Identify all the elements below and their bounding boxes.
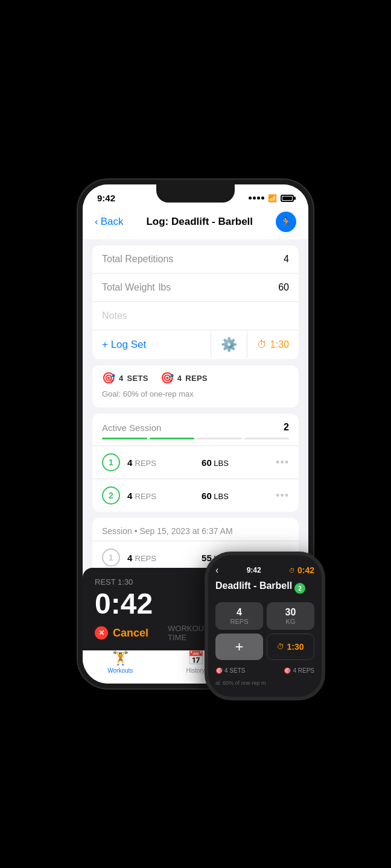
ellipsis-button-2[interactable]: ••• — [276, 489, 289, 502]
watch-reps-value: 4 — [220, 607, 258, 618]
nav-bar: ‹ Back Log: Deadlift - Barbell 🏃 — [83, 207, 308, 239]
watch-timer: ⏱ 0:42 — [289, 565, 314, 575]
page-title: Log: Deadlift - Barbell — [146, 216, 253, 228]
watch-timer-cell[interactable]: ⏱ 1:30 — [267, 634, 314, 660]
sets-target-icon: 🎯 — [102, 371, 115, 385]
activity-icon-button[interactable]: 🏃 — [276, 212, 296, 232]
goals-row: 🎯 4 SETS 🎯 4 REPS — [102, 371, 289, 385]
watch-set-badge: 2 — [294, 583, 305, 594]
watch-goals: 🎯 4 SETS 🎯 4 REPS — [215, 664, 314, 674]
chevron-left-icon: ‹ — [95, 216, 98, 228]
progress-bar — [92, 438, 299, 445]
reps-target-icon: 🎯 — [161, 371, 174, 385]
tab-workouts-label: Workouts — [107, 667, 133, 674]
status-time: 9:42 — [97, 193, 115, 203]
set-number-2: 2 — [102, 486, 120, 505]
watch-goal-subtext-row: al: 60% of one-rep m — [215, 674, 314, 687]
ellipsis-button-1[interactable]: ••• — [276, 456, 289, 469]
sets-label: SETS — [127, 374, 148, 383]
rest-time-display: 0:42 — [95, 588, 211, 620]
watch-back-button[interactable]: ‹ — [215, 565, 218, 576]
notes-row[interactable]: Notes — [92, 302, 299, 330]
total-weight-label-group: Total Weight lbs — [102, 282, 171, 293]
watch-sets-goal-label: 4 SETS — [224, 667, 245, 674]
total-reps-value: 4 — [284, 254, 289, 265]
total-weight-unit: lbs — [159, 282, 171, 293]
set-number-1: 1 — [102, 453, 120, 471]
log-set-row: + Log Set ⚙️ ⏱ 1:30 — [92, 330, 299, 359]
total-reps-row: Total Repetitions 4 — [92, 245, 299, 274]
back-button[interactable]: ‹ Back — [95, 216, 123, 228]
timer-display[interactable]: ⏱ 1:30 — [247, 333, 299, 356]
watch-timer-icon: ⏱ — [289, 567, 295, 574]
watch-goal-subtext: al: 60% of one-rep m — [215, 680, 266, 686]
timer-icon: ⏱ — [257, 339, 267, 350]
history-icon: 📅 — [188, 650, 204, 666]
progress-seg-3 — [197, 438, 242, 439]
reps-goal: 🎯 4 REPS — [161, 371, 208, 385]
set-reps-past-1: 4 REPS — [127, 553, 202, 563]
watch-exercise-title: Deadlift - Barbell — [215, 580, 292, 591]
cancel-label: Cancel — [113, 627, 148, 640]
watch-frame: ‹ 9:42 ⏱ 0:42 Deadlift - Barbell 2 4 REP… — [205, 552, 325, 700]
set-reps-2: 4 REPS — [127, 491, 202, 501]
active-session-count: 2 — [284, 422, 289, 433]
watch-sets-target-icon: 🎯 — [215, 667, 223, 674]
cancel-button[interactable]: ✕ Cancel — [95, 626, 148, 640]
total-reps-label: Total Repetitions — [102, 254, 173, 265]
watch-timer-value: 0:42 — [297, 565, 314, 575]
watch-cell-timer-value: 1:30 — [287, 642, 304, 652]
sets-goal: 🎯 4 SETS — [102, 371, 148, 385]
goals-section: 🎯 4 SETS 🎯 4 REPS Goal: 60% of one-rep m… — [92, 365, 299, 407]
workouts-icon: 🏋️ — [112, 650, 129, 666]
log-set-button[interactable]: + Log Set — [92, 330, 211, 359]
stats-card: Total Repetitions 4 Total Weight lbs 60 … — [92, 245, 299, 359]
progress-seg-1 — [102, 438, 147, 439]
set-reps-1: 4 REPS — [127, 458, 202, 468]
watch-time: 9:42 — [247, 566, 261, 574]
watch-sets-goal: 🎯 4 SETS — [215, 667, 245, 674]
rest-label: REST 1:30 — [95, 577, 133, 587]
total-weight-value: 60 — [278, 282, 289, 293]
battery-icon — [281, 195, 294, 202]
apple-watch: ‹ 9:42 ⏱ 0:42 Deadlift - Barbell 2 4 REP… — [205, 552, 349, 700]
total-weight-label: Total Weight — [102, 282, 155, 293]
set-weight-2: 60 LBS — [202, 491, 276, 501]
tab-history-label: History — [186, 667, 205, 674]
watch-reps-goal: 🎯 4 REPS — [284, 667, 314, 674]
reps-count: 4 — [177, 374, 182, 383]
watch-reps-target-icon: 🎯 — [284, 667, 291, 674]
watch-status-bar: ‹ 9:42 ⏱ 0:42 — [215, 565, 314, 576]
set-weight-1: 60 LBS — [202, 458, 276, 468]
watch-weight-cell[interactable]: 30 KG — [267, 602, 314, 630]
goal-subtext: Goal: 60% of one-rep max — [102, 389, 194, 398]
watch-log-set-button[interactable]: + — [215, 634, 263, 660]
cancel-x-icon: ✕ — [95, 626, 108, 640]
watch-grid: 4 REPS 30 KG + ⏱ 1:30 — [215, 602, 314, 660]
active-session-title: Active Session — [102, 423, 161, 433]
watch-reps-goal-label: 4 REPS — [293, 667, 314, 674]
status-icons: 📶 — [249, 194, 294, 203]
active-session-header: Active Session 2 — [92, 414, 299, 438]
total-weight-row: Total Weight lbs 60 — [92, 274, 299, 302]
watch-reps-unit: REPS — [220, 618, 258, 625]
watch-weight-value: 30 — [272, 607, 310, 618]
table-row: 2 4 REPS 60 LBS ••• — [92, 479, 299, 512]
table-row: 1 4 REPS 60 LBS ••• — [92, 445, 299, 479]
notes-placeholder: Notes — [102, 310, 127, 321]
gear-icon: ⚙️ — [221, 337, 237, 353]
session-label: Session • Sep 15, 2023 at 6:37 AM — [92, 518, 299, 541]
reps-label: REPS — [185, 374, 208, 383]
gear-button[interactable]: ⚙️ — [211, 331, 247, 359]
wifi-icon: 📶 — [268, 194, 277, 203]
set-number-past-1: 1 — [102, 549, 120, 567]
watch-weight-unit: KG — [272, 618, 310, 625]
watch-cell-timer-icon: ⏱ — [277, 643, 284, 651]
progress-seg-4 — [244, 438, 290, 439]
sets-count: 4 — [119, 374, 124, 383]
runner-icon: 🏃 — [280, 216, 292, 228]
tab-workouts[interactable]: 🏋️ Workouts — [83, 650, 158, 674]
watch-reps-cell[interactable]: 4 REPS — [215, 602, 263, 630]
watch-exercise-row: Deadlift - Barbell 2 — [215, 580, 314, 596]
active-session-card: Active Session 2 1 4 REPS 60 LBS — [92, 414, 299, 512]
